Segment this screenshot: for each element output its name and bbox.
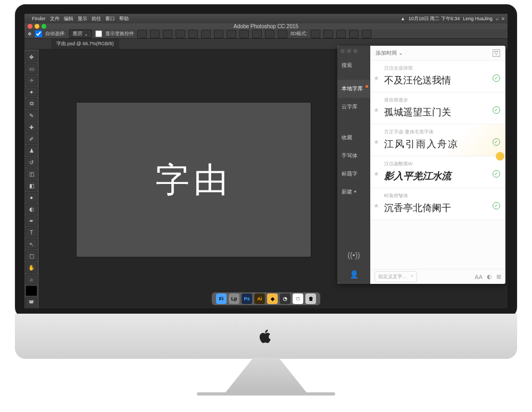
path-tool[interactable]: ↖ xyxy=(26,239,37,249)
distribute-button[interactable] xyxy=(265,30,275,38)
crop-tool[interactable]: ⧉ xyxy=(26,98,37,109)
auto-select-checkbox[interactable] xyxy=(35,30,42,37)
menu-icon[interactable]: ≡ xyxy=(502,16,504,21)
menubar-item[interactable]: 窗口 xyxy=(105,15,115,22)
menubar-item[interactable]: 显示 xyxy=(78,15,87,22)
dock-launchpad-icon[interactable]: Lp xyxy=(229,293,239,304)
foreground-color[interactable] xyxy=(26,285,37,296)
eraser-tool[interactable]: ◫ xyxy=(26,169,37,179)
star-icon[interactable]: ★ xyxy=(373,202,379,209)
user-icon[interactable]: 👤 xyxy=(337,265,370,284)
menubar-item[interactable]: 帮助 xyxy=(119,15,129,22)
marquee-tool[interactable]: ▭ xyxy=(26,63,37,74)
sidebar-item-favorites[interactable]: 收藏 xyxy=(337,129,370,147)
grid-icon[interactable]: ⊞ xyxy=(496,273,501,280)
dodge-tool[interactable]: ◐ xyxy=(26,204,37,214)
wifi-icon[interactable]: ▲ xyxy=(401,16,405,21)
brush-tool[interactable]: ✐ xyxy=(26,133,37,144)
menubar-item[interactable]: 前往 xyxy=(92,15,101,22)
align-button[interactable] xyxy=(201,30,211,38)
mode-3d-button[interactable] xyxy=(336,30,346,38)
contrast-icon[interactable]: ◐ xyxy=(487,273,492,280)
star-icon[interactable]: ★ xyxy=(373,74,379,82)
font-item[interactable]: ★ 汉仪全唐诗简 不及汪伦送我情 ✓ xyxy=(370,61,505,93)
text-size-icon[interactable]: AA xyxy=(475,274,483,280)
history-brush-tool[interactable]: ↺ xyxy=(26,157,37,167)
stamp-tool[interactable]: ♟ xyxy=(26,145,37,156)
mode-3d-button[interactable] xyxy=(311,30,320,38)
mode-3d-button[interactable] xyxy=(323,30,333,38)
canvas[interactable]: 字由 xyxy=(77,103,311,257)
sidebar-item-search[interactable]: 搜索 xyxy=(337,56,370,74)
distribute-button[interactable] xyxy=(239,30,249,38)
healing-tool[interactable]: ✚ xyxy=(26,122,37,132)
star-icon[interactable]: ★ xyxy=(373,138,379,146)
sync-icon[interactable]: ((•)) xyxy=(337,246,370,265)
dock-photoshop-icon[interactable]: Ps xyxy=(242,293,252,304)
search-icon[interactable]: ⌕ xyxy=(496,16,498,21)
font-item[interactable]: ★ 方正字迹-童体毛笔字体 江风引雨入舟凉 ✓ xyxy=(370,124,505,156)
check-icon: ✓ xyxy=(493,106,500,114)
menubar-item[interactable]: 文件 xyxy=(50,15,60,22)
options-bar: ✥ 自动选择: 图层 ⌄ 显示变换控件 3D模式: xyxy=(24,29,508,39)
font-item[interactable]: ★ 时装褶皱体 沉香亭北倚阑干 ✓ xyxy=(370,188,505,220)
distribute-button[interactable] xyxy=(278,30,287,38)
pen-tool[interactable]: ✒ xyxy=(26,215,37,226)
move-tool-icon[interactable]: ✥ xyxy=(28,31,32,37)
dock-app-icon[interactable]: □ xyxy=(293,293,303,304)
hand-tool[interactable]: ✋ xyxy=(26,262,37,273)
dock-app-icon[interactable]: ◔ xyxy=(280,293,290,304)
filter-icon[interactable]: ▽ xyxy=(493,49,500,57)
quickmask-toggle[interactable]: ◚ xyxy=(26,297,37,308)
menubar-user[interactable]: Leng HuaJing xyxy=(463,16,493,21)
font-preview: 沉香亭北倚阑干 xyxy=(384,201,500,214)
document-tab[interactable]: 字由.psd @ 66.7%(RGB/8) xyxy=(51,39,119,49)
align-button[interactable] xyxy=(137,30,147,38)
lasso-tool[interactable]: ⟡ xyxy=(26,75,37,86)
dock-trash-icon[interactable]: 🗑 xyxy=(305,293,316,304)
minimize-icon[interactable] xyxy=(347,49,351,53)
maximize-icon[interactable] xyxy=(41,24,46,29)
align-button[interactable] xyxy=(150,30,160,38)
star-icon[interactable]: ★ xyxy=(373,106,379,114)
mode-3d-button[interactable] xyxy=(349,30,359,38)
font-item[interactable]: ★ 迷你简瘦步 孤城遥望玉门关 ✓ xyxy=(370,93,505,124)
type-tool[interactable]: T xyxy=(26,227,37,238)
auto-select-dropdown[interactable]: 图层 ⌄ xyxy=(69,29,92,38)
close-icon[interactable] xyxy=(340,49,345,53)
align-button[interactable] xyxy=(176,30,185,38)
menubar-app[interactable]: Finder xyxy=(32,16,46,21)
dock-finder-icon[interactable]: Fi xyxy=(216,293,227,304)
blur-tool[interactable]: ● xyxy=(26,192,37,203)
align-button[interactable] xyxy=(188,30,198,38)
distribute-button[interactable] xyxy=(252,30,262,38)
sidebar-item-new[interactable]: 新建 + xyxy=(337,183,370,201)
eyedropper-tool[interactable]: ✎ xyxy=(26,110,37,121)
move-tool[interactable]: ✥ xyxy=(26,52,37,62)
font-item[interactable]: ★ 汉仪菱酷黑W 影入平羌江水流 ✓ xyxy=(370,156,505,188)
sort-dropdown[interactable]: 添加时间 ⌄ xyxy=(376,49,403,57)
star-icon[interactable]: ★ xyxy=(373,170,379,178)
mode-3d-label: 3D模式: xyxy=(290,30,307,37)
sidebar-item-local-fonts[interactable]: 本地字库 xyxy=(337,80,370,98)
menubar-item[interactable]: 编辑 xyxy=(64,15,73,22)
sidebar-item-title-fonts[interactable]: 标题字 xyxy=(337,165,370,183)
wand-tool[interactable]: ✦ xyxy=(26,87,37,97)
zoom-tool[interactable]: ⌕ xyxy=(26,274,37,284)
distribute-button[interactable] xyxy=(227,30,236,38)
show-transform-checkbox[interactable] xyxy=(95,30,102,37)
dock-sketch-icon[interactable]: ◆ xyxy=(267,293,278,304)
maximize-icon[interactable] xyxy=(353,49,358,53)
dock-illustrator-icon[interactable]: Ai xyxy=(254,293,265,304)
sidebar-item-cloud-fonts[interactable]: 云字库 xyxy=(337,98,370,116)
align-button[interactable] xyxy=(163,30,172,38)
distribute-button[interactable] xyxy=(214,30,223,38)
minimize-icon[interactable] xyxy=(35,24,39,29)
font-list[interactable]: ★ 汉仪全唐诗简 不及汪伦送我情 ✓ ★ 迷你简瘦步 孤城遥望玉门关 ✓ ★ 方… xyxy=(370,61,505,269)
mode-3d-button[interactable] xyxy=(362,30,371,38)
shape-tool[interactable]: ▢ xyxy=(26,250,37,261)
close-icon[interactable] xyxy=(28,24,32,29)
custom-text-dropdown[interactable]: 自定义文字… xyxy=(375,271,417,282)
sidebar-item-handwriting[interactable]: 手写体 xyxy=(337,147,370,165)
gradient-tool[interactable]: ◧ xyxy=(26,180,37,191)
